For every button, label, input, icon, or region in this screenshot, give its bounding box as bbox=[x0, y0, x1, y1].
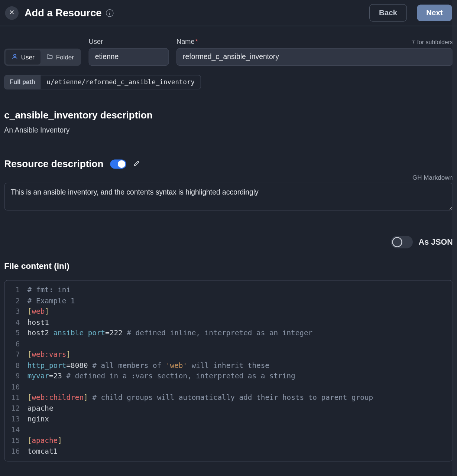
code-line: 1# fmt: ini bbox=[4, 285, 452, 296]
name-field-label: Name* bbox=[176, 38, 198, 45]
code-line: 16tomcat1 bbox=[4, 446, 452, 457]
scope-user-label: User bbox=[21, 53, 35, 61]
code-line: 10 bbox=[4, 382, 452, 392]
close-button[interactable] bbox=[5, 6, 19, 19]
resource-desc-textarea[interactable] bbox=[4, 183, 453, 211]
scope-folder-label: Folder bbox=[56, 53, 74, 61]
code-line: 5host2 ansible_port=222 # defined inline… bbox=[4, 328, 452, 339]
name-hint: '/' for subfolders bbox=[412, 38, 453, 45]
code-line: 15[apache] bbox=[4, 435, 452, 446]
full-path-value: u/etienne/reformed_c_ansible_inventory bbox=[41, 75, 201, 89]
user-field-label: User bbox=[89, 38, 169, 45]
page-title-text: Add a Resource bbox=[25, 7, 102, 19]
back-button[interactable]: Back bbox=[369, 4, 407, 22]
code-editor[interactable]: 1# fmt: ini2# Example 13[web]4host15host… bbox=[4, 280, 453, 461]
as-json-toggle[interactable] bbox=[391, 236, 413, 248]
svg-point-0 bbox=[14, 54, 16, 56]
full-path-label: Full path bbox=[4, 75, 40, 89]
inventory-desc-text: An Ansible Inventory bbox=[4, 126, 453, 135]
user-icon bbox=[12, 53, 18, 61]
code-line: 2# Example 1 bbox=[4, 296, 452, 306]
code-line: 9myvar=23 # defined in a :vars section, … bbox=[4, 371, 452, 382]
page-title: Add a Resource i bbox=[25, 7, 113, 19]
inventory-desc-heading: c_ansible_inventory description bbox=[4, 110, 453, 121]
code-line: 12apache bbox=[4, 403, 452, 414]
code-line: 6 bbox=[4, 339, 452, 349]
code-line: 3[web] bbox=[4, 306, 452, 317]
user-input[interactable] bbox=[89, 48, 169, 66]
info-icon[interactable]: i bbox=[106, 9, 113, 16]
code-line: 4host1 bbox=[4, 317, 452, 328]
scrollbar[interactable] bbox=[452, 0, 457, 476]
modal-header: Add a Resource i Back Next bbox=[0, 0, 457, 26]
resource-desc-toggle[interactable] bbox=[110, 159, 126, 169]
next-button[interactable]: Next bbox=[417, 4, 452, 21]
code-line: 8http_port=8080 # all members of 'web' w… bbox=[4, 360, 452, 371]
scope-user-tab[interactable]: User bbox=[6, 50, 40, 65]
scope-folder-tab[interactable]: Folder bbox=[40, 50, 80, 65]
markdown-hint: GH Markdown bbox=[4, 174, 453, 181]
code-line: 7[web:vars] bbox=[4, 349, 452, 360]
resource-desc-heading: Resource description bbox=[4, 158, 103, 170]
close-icon bbox=[9, 9, 15, 16]
pencil-icon[interactable] bbox=[133, 159, 140, 169]
code-line: 14 bbox=[4, 424, 452, 435]
as-json-label: As JSON bbox=[419, 238, 453, 247]
name-input[interactable] bbox=[176, 48, 453, 66]
file-content-heading: File content (ini) bbox=[4, 261, 453, 271]
folder-icon bbox=[46, 53, 53, 61]
code-line: 13nginx bbox=[4, 414, 452, 424]
code-line: 11[web:children] # child groups will aut… bbox=[4, 392, 452, 403]
scope-segmented-control: User Folder bbox=[4, 49, 81, 66]
